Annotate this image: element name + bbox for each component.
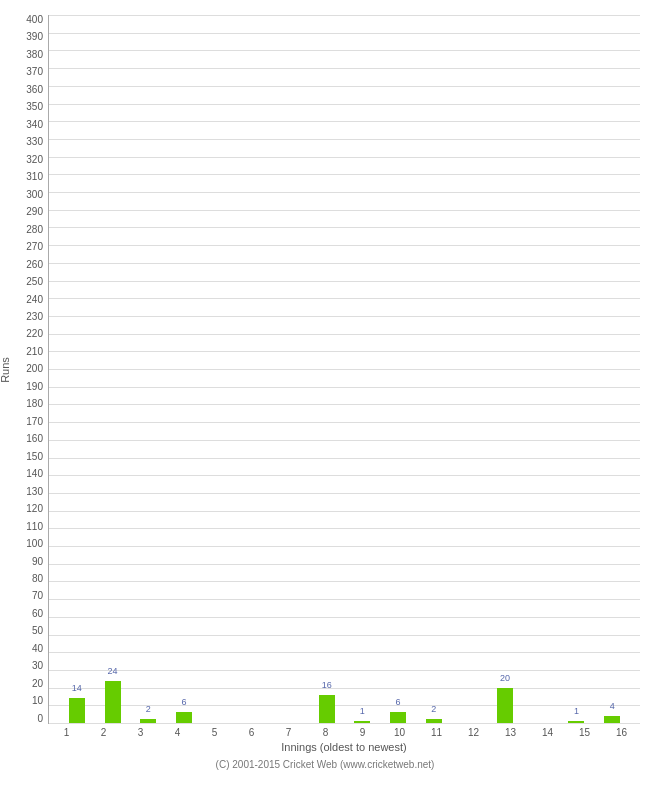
y-tick: 250 xyxy=(26,277,43,287)
bar-value-label: 4 xyxy=(610,701,615,711)
y-tick: 370 xyxy=(26,67,43,77)
y-axis: 4003903803703603503403303203103002902802… xyxy=(10,15,48,724)
y-tick: 40 xyxy=(32,644,43,654)
bar: 2 xyxy=(426,719,442,723)
x-tick: 1 xyxy=(48,727,85,738)
x-tick: 16 xyxy=(603,727,640,738)
y-tick: 70 xyxy=(32,591,43,601)
y-tick: 210 xyxy=(26,347,43,357)
bar-value-label: 20 xyxy=(500,673,510,683)
bar-value-label: 1 xyxy=(360,706,365,716)
y-tick: 330 xyxy=(26,137,43,147)
bar: 24 xyxy=(105,681,121,723)
bars-wrapper: 142426161622014 xyxy=(49,15,640,723)
bar-group xyxy=(273,15,309,723)
y-tick: 30 xyxy=(32,661,43,671)
chart-container: 4003903803703603503403303203103002902802… xyxy=(0,0,650,800)
y-tick: 50 xyxy=(32,626,43,636)
y-tick: 340 xyxy=(26,120,43,130)
y-axis-label: Runs xyxy=(0,357,11,383)
bar: 2 xyxy=(140,719,156,723)
bar-value-label: 24 xyxy=(108,666,118,676)
y-tick: 300 xyxy=(26,190,43,200)
bar-value-label: 1 xyxy=(574,706,579,716)
bar-group: 6 xyxy=(380,15,416,723)
x-tick: 15 xyxy=(566,727,603,738)
x-tick: 8 xyxy=(307,727,344,738)
bar-group xyxy=(452,15,488,723)
x-tick: 6 xyxy=(233,727,270,738)
y-tick: 290 xyxy=(26,207,43,217)
plot-area: 142426161622014 xyxy=(48,15,640,724)
y-tick: 120 xyxy=(26,504,43,514)
x-tick: 2 xyxy=(85,727,122,738)
y-tick: 260 xyxy=(26,260,43,270)
y-tick: 200 xyxy=(26,364,43,374)
y-tick: 230 xyxy=(26,312,43,322)
x-axis-title: Innings (oldest to newest) xyxy=(10,741,640,753)
bar-value-label: 6 xyxy=(396,697,401,707)
x-tick: 11 xyxy=(418,727,455,738)
bar-value-label: 6 xyxy=(181,697,186,707)
bar: 1 xyxy=(568,721,584,723)
bar-group: 24 xyxy=(95,15,131,723)
bar: 20 xyxy=(497,688,513,723)
x-tick: 3 xyxy=(122,727,159,738)
bar-value-label: 2 xyxy=(146,704,151,714)
y-tick: 0 xyxy=(37,714,43,724)
y-tick: 350 xyxy=(26,102,43,112)
y-tick: 130 xyxy=(26,487,43,497)
y-tick: 240 xyxy=(26,295,43,305)
chart-area: 4003903803703603503403303203103002902802… xyxy=(10,15,640,724)
y-tick: 90 xyxy=(32,557,43,567)
bar-group: 20 xyxy=(487,15,523,723)
bar: 6 xyxy=(390,712,406,723)
y-tick: 310 xyxy=(26,172,43,182)
y-tick: 170 xyxy=(26,417,43,427)
x-tick: 7 xyxy=(270,727,307,738)
y-tick: 270 xyxy=(26,242,43,252)
y-tick: 180 xyxy=(26,399,43,409)
y-tick: 100 xyxy=(26,539,43,549)
y-tick: 190 xyxy=(26,382,43,392)
bar-group: 1 xyxy=(345,15,381,723)
y-tick: 380 xyxy=(26,50,43,60)
bar-group: 2 xyxy=(416,15,452,723)
y-tick: 320 xyxy=(26,155,43,165)
y-tick: 360 xyxy=(26,85,43,95)
bar-group xyxy=(237,15,273,723)
bar-group: 6 xyxy=(166,15,202,723)
x-tick: 4 xyxy=(159,727,196,738)
bar-group: 14 xyxy=(59,15,95,723)
bar-group: 16 xyxy=(309,15,345,723)
x-axis: 12345678910111213141516 xyxy=(10,727,640,738)
bar-group: 1 xyxy=(559,15,595,723)
x-tick: 5 xyxy=(196,727,233,738)
bar-value-label: 14 xyxy=(72,683,82,693)
y-tick: 220 xyxy=(26,329,43,339)
y-tick: 110 xyxy=(26,522,43,532)
bar-group: 2 xyxy=(130,15,166,723)
y-tick: 20 xyxy=(32,679,43,689)
grid-line xyxy=(49,723,640,724)
y-tick: 80 xyxy=(32,574,43,584)
y-tick: 280 xyxy=(26,225,43,235)
bar-value-label: 2 xyxy=(431,704,436,714)
bar: 16 xyxy=(319,695,335,723)
y-tick: 10 xyxy=(32,696,43,706)
bar: 4 xyxy=(604,716,620,723)
bar-value-label: 16 xyxy=(322,680,332,690)
y-tick: 150 xyxy=(26,452,43,462)
y-tick: 400 xyxy=(26,15,43,25)
x-tick: 9 xyxy=(344,727,381,738)
y-tick: 140 xyxy=(26,469,43,479)
y-tick: 390 xyxy=(26,32,43,42)
bar-group xyxy=(523,15,559,723)
bar: 1 xyxy=(354,721,370,723)
x-tick: 10 xyxy=(381,727,418,738)
x-tick: 13 xyxy=(492,727,529,738)
y-tick: 60 xyxy=(32,609,43,619)
bar-group xyxy=(202,15,238,723)
x-tick: 14 xyxy=(529,727,566,738)
bar-group: 4 xyxy=(594,15,630,723)
